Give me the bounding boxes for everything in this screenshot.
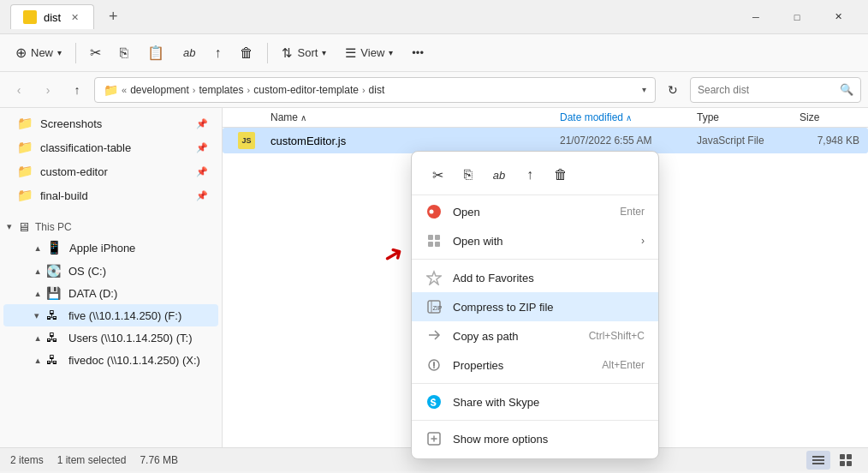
col-header-size[interactable]: Size — [800, 111, 868, 123]
search-box[interactable]: 🔍 — [690, 77, 861, 103]
custom-editor-folder-icon: 📁 — [17, 164, 33, 179]
sort-button[interactable]: ⇅ Sort ▾ — [273, 41, 335, 65]
sidebar-item-os-c[interactable]: ▸ 💽 OS (C:) — [3, 260, 218, 282]
breadcrumb-bar[interactable]: 📁 « development › templates › custom-edi… — [94, 77, 656, 103]
up-button[interactable]: ↑ — [65, 78, 89, 102]
cm-item-open[interactable]: Open Enter — [412, 197, 658, 226]
sidebar-label-custom-editor: custom-editor — [40, 165, 189, 178]
sidebar-label-fivedoc-x: fivedoc (\\10.1.14.250) (X:) — [68, 354, 208, 367]
os-c-icon: 💽 — [46, 264, 62, 278]
sidebar-item-custom-editor[interactable]: 📁 custom-editor 📌 — [3, 159, 218, 183]
cm-copy-button[interactable]: ⎘ — [455, 162, 482, 188]
sidebar-item-final-build[interactable]: 📁 final-build 📌 — [3, 183, 218, 207]
cm-delete-button[interactable]: 🗑 — [547, 162, 574, 188]
breadcrumb-dist[interactable]: dist — [369, 84, 385, 96]
svg-rect-2 — [428, 235, 433, 240]
cm-item-share-skype[interactable]: Share with Skype — [412, 387, 658, 416]
sidebar-item-users-t[interactable]: ▸ 🖧 Users (\\10.1.14.250) (T:) — [3, 326, 218, 349]
list-view-button[interactable] — [806, 451, 830, 470]
tab-folder-icon — [23, 10, 37, 24]
context-menu: ✂ ⎘ ab ↑ 🗑 Open Enter Open with › — [411, 151, 659, 459]
new-icon: ⊕ — [15, 45, 27, 61]
table-row[interactable]: JS customEditor.js 21/07/2022 6:55 AM Ja… — [223, 128, 868, 153]
sidebar-item-screenshots[interactable]: 📁 Screenshots 📌 — [3, 111, 218, 135]
sidebar-item-five-f[interactable]: ▾ 🖧 five (\\10.1.14.250) (F:) — [3, 304, 218, 326]
svg-rect-21 — [847, 454, 852, 459]
paste-button[interactable]: 📋 — [139, 40, 173, 65]
sidebar-item-apple-iphone[interactable]: ▸ 📱 Apple iPhone — [3, 236, 218, 260]
col-header-date[interactable]: Date modified ∧ — [560, 111, 697, 123]
new-button[interactable]: ⊕ New ▾ — [7, 40, 70, 65]
main-layout: 📁 Screenshots 📌 📁 classification-table 📌… — [0, 108, 868, 447]
svg-rect-18 — [812, 459, 824, 461]
new-tab-button[interactable]: + — [101, 5, 125, 29]
cm-item-properties[interactable]: Properties Alt+Enter — [412, 350, 658, 380]
copy-button[interactable]: ⎘ — [111, 41, 137, 65]
cm-share-button[interactable]: ↑ — [516, 162, 544, 188]
breadcrumb-custom-editor-template[interactable]: custom-editor-template — [253, 84, 359, 96]
share-button[interactable]: ↑ — [205, 41, 229, 65]
cm-item-compress-zip[interactable]: ZIP Compress to ZIP file — [412, 292, 658, 321]
cm-open-with-icon — [425, 232, 443, 249]
name-sort-arrow-icon: ∧ — [300, 113, 306, 123]
rename-button[interactable]: ab — [175, 42, 204, 63]
cm-item-more-options[interactable]: Show more options — [412, 424, 658, 453]
breadcrumb-development[interactable]: development — [130, 84, 189, 96]
cm-properties-icon — [425, 356, 443, 374]
cm-item-open-with[interactable]: Open with › — [412, 226, 658, 255]
cm-item-add-favorites[interactable]: Add to Favorites — [412, 263, 658, 292]
sort-chevron-icon: ▾ — [322, 48, 326, 57]
cm-open-icon — [425, 203, 443, 220]
search-input[interactable] — [698, 84, 840, 96]
svg-point-12 — [433, 367, 435, 368]
apple-iphone-expand-icon: ▸ — [32, 245, 43, 250]
close-button[interactable]: ✕ — [818, 3, 858, 31]
screenshots-folder-icon: 📁 — [17, 116, 33, 131]
five-f-icon: 🖧 — [46, 308, 62, 322]
tab-close-button[interactable]: ✕ — [68, 10, 81, 24]
col-header-type[interactable]: Type — [697, 111, 800, 123]
pin-icon-custom-editor: 📌 — [196, 166, 208, 177]
view-toggle-buttons — [806, 451, 858, 470]
breadcrumb-arrow-1: › — [193, 85, 196, 95]
maximize-button[interactable]: □ — [777, 3, 817, 31]
new-label: New — [31, 46, 53, 59]
col-header-name[interactable]: Name ∧ — [223, 111, 560, 123]
breadcrumb-templates[interactable]: templates — [199, 84, 244, 96]
sidebar-item-fivedoc-x[interactable]: ▸ 🖧 fivedoc (\\10.1.14.250) (X:) — [3, 349, 218, 371]
cm-rename-button[interactable]: ab — [485, 162, 513, 188]
view-button[interactable]: ☰ View ▾ — [336, 41, 401, 65]
breadcrumb-dropdown-icon[interactable]: ▾ — [642, 85, 646, 94]
delete-button[interactable]: 🗑 — [231, 41, 262, 65]
detail-view-button[interactable] — [834, 451, 858, 470]
column-headers: Name ∧ Date modified ∧ Type Size — [223, 108, 868, 128]
rename-icon: ab — [183, 46, 195, 59]
fivedoc-x-icon: 🖧 — [46, 353, 62, 367]
cut-button[interactable]: ✂ — [81, 40, 110, 65]
cm-item-copy-path[interactable]: Copy as path Ctrl+Shift+C — [412, 321, 658, 350]
view-chevron-icon: ▾ — [389, 48, 393, 57]
sidebar-item-classification-table[interactable]: 📁 classification-table 📌 — [3, 135, 218, 159]
active-tab[interactable]: dist ✕ — [10, 4, 94, 29]
final-build-folder-icon: 📁 — [17, 188, 33, 203]
this-pc-section[interactable]: ▾ 🖥 This PC — [0, 214, 222, 236]
toolbar: ⊕ New ▾ ✂ ⎘ 📋 ab ↑ 🗑 ⇅ Sort ▾ ☰ View ▾ •… — [0, 34, 868, 72]
minimize-button[interactable]: ─ — [736, 3, 776, 31]
js-file-icon: JS — [238, 132, 255, 149]
cm-separator-3 — [412, 420, 658, 421]
cm-cut-button[interactable]: ✂ — [424, 162, 451, 188]
breadcrumb-sep-1: « — [122, 85, 127, 95]
context-menu-toolbar: ✂ ⎘ ab ↑ 🗑 — [412, 157, 658, 195]
svg-rect-4 — [428, 242, 433, 247]
file-date-cell: 21/07/2022 6:55 AM — [560, 135, 697, 147]
apple-iphone-icon: 📱 — [46, 240, 62, 255]
forward-button[interactable]: › — [36, 78, 60, 102]
refresh-button[interactable]: ↻ — [661, 78, 685, 102]
sidebar-item-data-d[interactable]: ▸ 💾 DATA (D:) — [3, 282, 218, 304]
status-selection: 1 item selected — [57, 454, 127, 466]
svg-rect-23 — [847, 461, 852, 466]
sidebar-label-classification-table: classification-table — [40, 141, 189, 154]
back-button[interactable]: ‹ — [7, 78, 31, 102]
more-button[interactable]: ••• — [403, 42, 432, 63]
new-chevron-icon: ▾ — [57, 48, 62, 57]
